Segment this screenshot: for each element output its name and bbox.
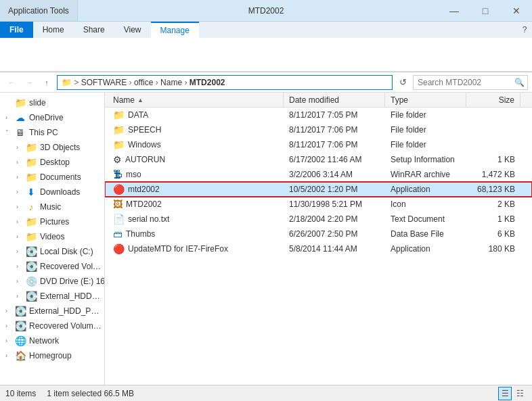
table-row[interactable]: 🔴 mtd2002 10/5/2002 1:20 PM Application … bbox=[105, 182, 532, 197]
item-count: 10 items bbox=[5, 389, 36, 398]
table-row[interactable]: 📄 serial no.txt 2/18/2004 2:20 PM Text D… bbox=[105, 212, 532, 227]
drive-icon: 💽 bbox=[15, 306, 26, 316]
expand-arrow: › bbox=[5, 308, 14, 314]
table-row[interactable]: 🖼 MTD2002 11/30/1998 5:21 PM Icon 2 KB bbox=[105, 197, 532, 212]
refresh-button[interactable]: ↺ bbox=[395, 75, 410, 90]
table-row[interactable]: ⚙ AUTORUN 6/17/2002 11:46 AM Setup Infor… bbox=[105, 152, 532, 167]
tab-file[interactable]: File bbox=[0, 22, 33, 38]
sidebar-item-3d-objects[interactable]: › 📁 3D Objects bbox=[0, 140, 104, 155]
dvd-icon: 💿 bbox=[26, 276, 37, 287]
tab-share[interactable]: Share bbox=[74, 22, 114, 38]
sidebar-item-pictures[interactable]: › 📁 Pictures bbox=[0, 214, 104, 229]
view-list-button[interactable]: ☷ bbox=[513, 387, 527, 400]
sidebar-label: Documents bbox=[40, 172, 81, 182]
ribbon-tabs: File Home Share View Manage ? bbox=[0, 22, 532, 38]
expand-arrow: › bbox=[16, 204, 24, 210]
file-date-cell: 6/26/2007 2:50 PM bbox=[284, 229, 385, 239]
table-row[interactable]: 🔴 UpdateMTD for IE7-FireFox 5/8/2014 11:… bbox=[105, 241, 532, 256]
table-row[interactable]: 📁 SPEECH 8/11/2017 7:06 PM File folder bbox=[105, 122, 532, 137]
view-buttons: ☰ ☷ bbox=[498, 387, 527, 400]
search-icon: 🔍 bbox=[514, 78, 525, 87]
sidebar-item-onedrive[interactable]: › ☁ OneDrive bbox=[0, 110, 104, 125]
minimize-button[interactable]: — bbox=[439, 0, 470, 22]
folder-icon: 📁 bbox=[26, 157, 37, 168]
expand-arrow: › bbox=[5, 337, 14, 344]
drive-icon: 💽 bbox=[26, 246, 37, 257]
table-row[interactable]: 📁 DATA 8/11/2017 7:05 PM File folder bbox=[105, 108, 532, 122]
sidebar-label: Homegroup bbox=[29, 351, 72, 360]
folder-icon: 📁 bbox=[26, 231, 37, 242]
sidebar-item-desktop[interactable]: › 📁 Desktop bbox=[0, 155, 104, 170]
file-name-cell: 🗃 Thumbs bbox=[108, 229, 284, 239]
back-button[interactable]: ← bbox=[4, 75, 19, 90]
drive-icon: 💽 bbox=[26, 291, 37, 302]
file-date-cell: 6/17/2002 11:46 AM bbox=[284, 155, 385, 164]
file-date-cell: 8/11/2017 7:06 PM bbox=[284, 140, 385, 149]
expand-arrow: › bbox=[16, 278, 24, 285]
file-size-cell: 6 KB bbox=[466, 229, 520, 239]
col-header-name[interactable]: Name ▲ bbox=[108, 93, 284, 108]
sidebar-item-music[interactable]: › ♪ Music bbox=[0, 199, 104, 214]
sidebar-item-this-pc[interactable]: ˅ 🖥 This PC bbox=[0, 125, 104, 140]
sidebar-item-external-hdd-ph[interactable]: › 💽 External_HDD_Ph… bbox=[0, 304, 104, 319]
folder-icon: 📁 bbox=[26, 216, 37, 227]
file-type-cell: Icon bbox=[385, 199, 466, 209]
table-row[interactable]: 📁 Windows 8/11/2017 7:06 PM File folder bbox=[105, 137, 532, 152]
forward-button[interactable]: → bbox=[22, 75, 37, 90]
sidebar-item-slide[interactable]: 📁 slide bbox=[0, 95, 104, 110]
drive-icon: 💽 bbox=[26, 261, 37, 272]
file-type-cell: File folder bbox=[385, 110, 466, 120]
file-name-text: mtd2002 bbox=[128, 185, 160, 194]
tab-home[interactable]: Home bbox=[33, 22, 74, 38]
table-row[interactable]: 🗜 mso 3/2/2006 3:14 AM WinRAR archive 1,… bbox=[105, 167, 532, 182]
sidebar-item-recovered-vol2[interactable]: › 💽 Recovered Volum… bbox=[0, 319, 104, 333]
file-name-cell: 🖼 MTD2002 bbox=[108, 199, 284, 210]
file-type-cell: File folder bbox=[385, 125, 466, 135]
column-headers: Name ▲ Date modified Type Size bbox=[105, 93, 532, 108]
file-size-cell: 180 KB bbox=[466, 244, 520, 254]
sidebar-label: DVD Drive (E:) 16 bbox=[40, 277, 104, 286]
file-type-cell: Setup Information bbox=[385, 155, 466, 164]
file-name-text: AUTORUN bbox=[125, 155, 165, 164]
col-header-type[interactable]: Type bbox=[385, 93, 466, 108]
view-detail-button[interactable]: ☰ bbox=[498, 387, 512, 400]
file-name-text: serial no.txt bbox=[128, 214, 169, 224]
sidebar-item-documents[interactable]: › 📁 Documents bbox=[0, 170, 104, 185]
col-header-date[interactable]: Date modified bbox=[284, 93, 385, 108]
file-name-cell: 📁 Windows bbox=[108, 139, 284, 150]
file-type-cell: File folder bbox=[385, 140, 466, 149]
sidebar-label: Recovered Volum… bbox=[29, 321, 102, 331]
window-controls: — □ ✕ bbox=[439, 0, 532, 21]
sidebar-item-external-hdd-pi[interactable]: › 💽 External_HDD_PI bbox=[0, 289, 104, 304]
file-area: Name ▲ Date modified Type Size 📁 DATA 8/… bbox=[105, 93, 532, 385]
search-input[interactable] bbox=[413, 75, 528, 90]
computer-icon: 🖥 bbox=[15, 127, 26, 138]
downloads-icon: ⬇ bbox=[26, 187, 37, 197]
sidebar-item-downloads[interactable]: › ⬇ Downloads bbox=[0, 185, 104, 199]
sidebar-label: 3D Objects bbox=[40, 143, 80, 152]
maximize-button[interactable]: □ bbox=[470, 0, 501, 22]
tab-view[interactable]: View bbox=[114, 22, 151, 38]
sidebar-label: Network bbox=[29, 336, 59, 346]
ribbon-help-button[interactable]: ? bbox=[517, 22, 532, 38]
tab-manage[interactable]: Manage bbox=[151, 22, 199, 38]
file-name-text: Windows bbox=[128, 140, 161, 149]
sidebar-item-homegroup[interactable]: › 🏠 Homegroup bbox=[0, 348, 104, 363]
tab-application-tools[interactable]: Application Tools bbox=[0, 0, 78, 21]
expand-arrow: › bbox=[16, 159, 24, 166]
sidebar-label: External_HDD_Ph… bbox=[29, 306, 102, 316]
sidebar-item-dvd-drive[interactable]: › 💿 DVD Drive (E:) 16 bbox=[0, 274, 104, 289]
expand-arrow: › bbox=[5, 323, 14, 329]
up-button[interactable]: ↑ bbox=[39, 75, 54, 90]
address-path[interactable]: 📁 > SOFTWARE › office › Name › MTD2002 bbox=[57, 75, 393, 90]
sidebar-item-network[interactable]: › 🌐 Network bbox=[0, 333, 104, 348]
sidebar-item-recovered-vol1[interactable]: › 💽 Recovered Volum… bbox=[0, 259, 104, 274]
close-button[interactable]: ✕ bbox=[501, 0, 532, 22]
col-header-size[interactable]: Size bbox=[466, 93, 520, 108]
sidebar-item-local-disk-c[interactable]: › 💽 Local Disk (C:) bbox=[0, 244, 104, 259]
ribbon-content bbox=[0, 38, 532, 72]
table-row[interactable]: 🗃 Thumbs 6/26/2007 2:50 PM Data Base Fil… bbox=[105, 227, 532, 241]
file-name-text: UpdateMTD for IE7-FireFox bbox=[128, 244, 228, 254]
tab-application-tools-label: Application Tools bbox=[8, 6, 69, 16]
sidebar-item-videos[interactable]: › 📁 Videos bbox=[0, 229, 104, 244]
